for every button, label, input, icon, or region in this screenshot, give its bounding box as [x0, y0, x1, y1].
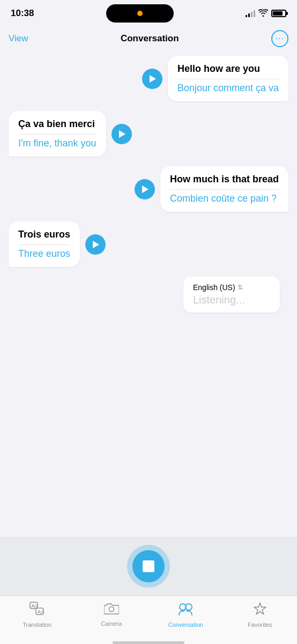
tab-favorites-label: Favorites	[248, 621, 272, 628]
message-row: Ça va bien merci I'm fine, thank you	[9, 111, 288, 157]
status-time: 10:38	[11, 8, 34, 19]
pill-dot	[137, 11, 143, 16]
tab-camera-label: Camera	[101, 620, 122, 627]
message-row: Trois euros Three euros	[9, 221, 288, 267]
play-triangle-icon	[150, 75, 156, 83]
nav-bar: View Conversation ···	[0, 27, 297, 50]
battery-icon	[271, 10, 286, 17]
view-button[interactable]: View	[9, 33, 28, 44]
bubble-original-msg3: How much is that bread	[170, 174, 279, 190]
status-icons	[246, 9, 286, 18]
bubble-msg3: How much is that bread Combien coûte ce …	[160, 166, 288, 212]
signal-icon	[246, 10, 255, 17]
listening-area: English (US) ⇅ Listening...	[9, 277, 288, 313]
dynamic-island	[106, 4, 174, 23]
home-indicator	[0, 640, 297, 644]
more-button[interactable]: ···	[271, 30, 288, 47]
record-button-inner[interactable]	[132, 550, 165, 582]
bubble-original-msg1: Hello how are you	[177, 63, 279, 79]
message-row: How much is that bread Combien coûte ce …	[9, 166, 288, 212]
home-bar	[113, 641, 184, 644]
listening-language[interactable]: English (US) ⇅	[193, 283, 270, 292]
svg-text:文: 文	[34, 604, 38, 608]
bubble-msg2: Ça va bien merci I'm fine, thank you	[9, 111, 106, 157]
bubble-original-msg2: Ça va bien merci	[18, 119, 96, 135]
message-right-inner: How much is that bread Combien coûte ce …	[135, 166, 288, 212]
wifi-icon	[258, 9, 268, 18]
play-button-msg2[interactable]	[112, 124, 132, 144]
camera-icon	[104, 602, 119, 618]
message-left-inner: Trois euros Three euros	[9, 221, 106, 267]
play-button-msg3[interactable]	[135, 179, 155, 199]
play-triangle-icon	[142, 186, 148, 193]
language-picker-arrow: ⇅	[237, 284, 243, 291]
play-button-msg4[interactable]	[85, 234, 106, 255]
message-left-inner: Ça va bien merci I'm fine, thank you	[9, 111, 132, 157]
listening-placeholder: Listening...	[193, 294, 270, 306]
tab-translation[interactable]: A 文 A 文 Translation	[0, 602, 75, 628]
play-button-msg1[interactable]	[142, 69, 162, 89]
bubble-msg4: Trois euros Three euros	[9, 221, 80, 267]
nav-title: Conversation	[121, 33, 179, 44]
listening-box: English (US) ⇅ Listening...	[183, 277, 280, 313]
record-button-outer[interactable]	[127, 545, 170, 588]
tab-bar: A 文 A 文 Translation Camera	[0, 596, 297, 640]
tab-translation-label: Translation	[23, 621, 51, 628]
conversation-icon	[177, 602, 194, 619]
svg-point-6	[109, 607, 114, 612]
bubble-msg1: Hello how are you Bonjour comment ça va	[168, 56, 288, 101]
bubble-translation-msg2: I'm fine, thank you	[18, 138, 96, 149]
play-triangle-icon	[93, 241, 99, 248]
stop-icon	[143, 560, 154, 572]
bubble-translation-msg3: Combien coûte ce pain ?	[170, 193, 279, 204]
svg-text:文: 文	[40, 610, 44, 614]
star-icon	[253, 602, 267, 619]
tab-camera[interactable]: Camera	[75, 602, 149, 627]
bubble-original-msg4: Trois euros	[18, 229, 70, 245]
tab-conversation-label: Conversation	[168, 621, 203, 628]
message-row: Hello how are you Bonjour comment ça va	[9, 56, 288, 101]
chat-area: Hello how are you Bonjour comment ça va …	[0, 50, 297, 537]
translation-icon: A 文 A 文	[29, 602, 44, 619]
bubble-translation-msg4: Three euros	[18, 248, 70, 260]
tab-favorites[interactable]: Favorites	[223, 602, 298, 628]
tab-conversation[interactable]: Conversation	[148, 602, 223, 628]
play-triangle-icon	[119, 130, 125, 138]
message-right-inner: Hello how are you Bonjour comment ça va	[142, 56, 288, 101]
bubble-translation-msg1: Bonjour comment ça va	[177, 83, 279, 94]
record-area	[0, 537, 297, 596]
status-bar: 10:38	[0, 0, 297, 27]
